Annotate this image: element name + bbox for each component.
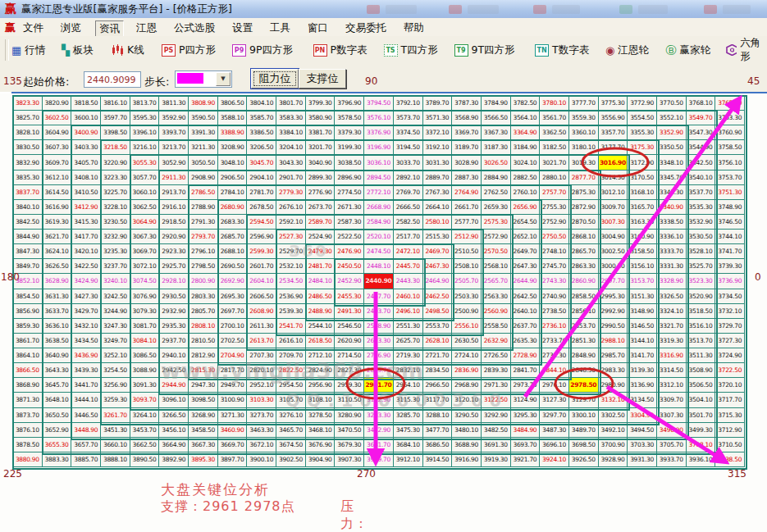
menu-item-window[interactable]: 窗口 [304, 20, 331, 36]
gann-cell: 3876.10 [13, 423, 43, 438]
gann-cell: 3465.70 [276, 423, 306, 438]
gann-cell: 2726.50 [482, 348, 511, 363]
gann-cell: 3009.70 [599, 200, 628, 215]
gann-cell: 3448.90 [71, 423, 101, 438]
gann-cell: 2647.30 [511, 259, 541, 274]
gann-cell: 3907.30 [335, 452, 364, 467]
gann-cell: 3420.10 [71, 244, 101, 259]
gann-cell: 3158.50 [628, 244, 657, 259]
gann-cell: 2510.50 [452, 244, 482, 259]
analysis-caption-levels: 支撑：2961 2978点 压力：3016点 [161, 498, 295, 516]
menu-item-gann[interactable]: 江恩 [133, 20, 160, 36]
toolbar-item-label: 江恩轮 [618, 43, 649, 57]
toolbar-item-t-square[interactable]: TST四方形 [384, 42, 438, 58]
menu-item-trade-order[interactable]: 交易委托 [342, 20, 390, 36]
gann-cell: 3792.10 [394, 96, 423, 111]
toolbar-item-quotes[interactable]: ▦行情 [11, 42, 45, 58]
toolbar-item-9p-square[interactable]: P99P四方形 [232, 42, 293, 58]
gann-cell: 2786.50 [189, 185, 218, 200]
gann-cell: 2450.50 [335, 259, 364, 274]
gann-cell: 3679.30 [335, 438, 364, 452]
gann-cell: 3806.50 [218, 96, 248, 111]
menu-item-file[interactable]: 文件 [20, 20, 47, 36]
gann-cell: 2992.90 [599, 304, 628, 319]
menu-item-help[interactable]: 帮助 [400, 20, 427, 36]
gann-cell: 3393.70 [159, 125, 189, 140]
gann-cell: 3660.10 [101, 438, 130, 452]
toolbar-item-sectors[interactable]: ▚板块 [62, 42, 94, 58]
gann-cell: 2520.10 [364, 230, 394, 244]
gann-cell: 3072.10 [130, 259, 160, 274]
toolbar-item-kline[interactable]: K线 [112, 42, 144, 58]
gann-cell: 2800.90 [189, 274, 218, 289]
toolbar-item-winner-wheel[interactable]: Ⓑ赢家轮 [666, 42, 711, 58]
start-price-input[interactable] [84, 71, 141, 88]
menu-item-news[interactable]: 资讯 [95, 20, 124, 38]
gann-cell: 2803.30 [189, 289, 218, 304]
toolbar-item-t-number-table[interactable]: TNT数字表 [535, 42, 589, 58]
gann-cell: 3028.90 [452, 155, 482, 170]
gann-cell: 3309.70 [657, 393, 687, 407]
gann-cell: 3218.50 [101, 140, 130, 155]
step-color-dropdown[interactable]: ▼ [175, 70, 232, 88]
gann-cell: 3895.30 [189, 452, 218, 467]
gann-cell: 2719.30 [394, 348, 423, 363]
dropdown-arrow-icon[interactable]: ▼ [216, 72, 231, 86]
gann-cell: 2498.50 [423, 304, 453, 319]
gann-cell: 3607.30 [43, 140, 72, 155]
gann-cell: 3000.10 [599, 259, 628, 274]
gann-cell: 3787.30 [452, 96, 482, 111]
gann-cell: 3182.50 [540, 140, 569, 155]
gann-cell: 2827.30 [335, 363, 364, 378]
toolbar-item-p-number-table[interactable]: PNP数字表 [313, 42, 368, 58]
gann-cell: 2980.90 [599, 378, 628, 393]
gann-cell: 3436.90 [71, 348, 101, 363]
gann-cell: 2668.90 [364, 200, 394, 215]
toolbar-item-gann-wheel[interactable]: ◉江恩轮 [605, 42, 649, 58]
gann-cell: 3350.50 [657, 140, 687, 155]
toolbar-item-9t-square[interactable]: T99T四方形 [454, 42, 515, 58]
gann-cell: 3542.50 [687, 155, 716, 170]
menu-item-tools[interactable]: 工具 [267, 20, 294, 36]
gann-cell: 3463.30 [247, 423, 276, 438]
gann-cell: 3513.70 [687, 334, 716, 348]
gann-cell: 2944.90 [159, 378, 189, 393]
gann-cell: 3494.50 [628, 423, 657, 438]
gann-cell: 3249.70 [101, 334, 130, 348]
gann-cell: 3674.50 [276, 438, 306, 452]
step-label: 步长: [144, 75, 169, 89]
gann-cell: 3729.70 [715, 319, 745, 334]
gann-cell: 3715.30 [715, 408, 745, 423]
gann-cell: 3064.90 [130, 215, 160, 230]
gann-cell: 3254.50 [101, 363, 130, 378]
toolbar-item-p-square[interactable]: PSP四方形 [162, 42, 216, 58]
gann-cell: 2556.10 [452, 319, 482, 334]
gann-cell: 3331.30 [657, 259, 687, 274]
toolbar-item-hexagon[interactable]: 六角形 [726, 42, 767, 58]
gann-cell: 2848.90 [569, 348, 599, 363]
gann-cell: 3093.70 [130, 393, 160, 407]
gann-cell: 3612.10 [43, 171, 72, 185]
menu-item-formula-stock-pick[interactable]: 公式选股 [171, 20, 218, 36]
menu-item-settings[interactable]: 设置 [229, 20, 256, 36]
gann-cell: 2680.90 [218, 200, 248, 215]
support-button[interactable]: 支撑位 [299, 69, 346, 89]
resistance-button[interactable]: 阻力位 [251, 69, 299, 89]
gann-cell: 3756.10 [715, 155, 745, 170]
gann-cell: 2942.50 [159, 363, 189, 378]
gann-cell: 3554.50 [628, 111, 657, 125]
gann-cell: 3079.30 [130, 304, 160, 319]
gann-cell: 3854.50 [13, 289, 43, 304]
gann-cell: 3708.10 [687, 438, 716, 452]
gann-cell: 3304.90 [628, 408, 657, 423]
gann-cell: 3151.30 [628, 289, 657, 304]
gann-cell: 2599.30 [247, 244, 276, 259]
menu-item-browse[interactable]: 浏览 [57, 20, 84, 36]
gann-cell: 3511.30 [687, 348, 716, 363]
gann-cell: 3528.10 [687, 244, 716, 259]
gann-cell: 3081.70 [130, 319, 160, 334]
gann-cell: 3885.70 [71, 452, 101, 467]
gann-cell: 3549.70 [687, 111, 716, 125]
gann-cell: 3919.30 [482, 452, 511, 467]
gann-cell: 3141.70 [628, 348, 657, 363]
